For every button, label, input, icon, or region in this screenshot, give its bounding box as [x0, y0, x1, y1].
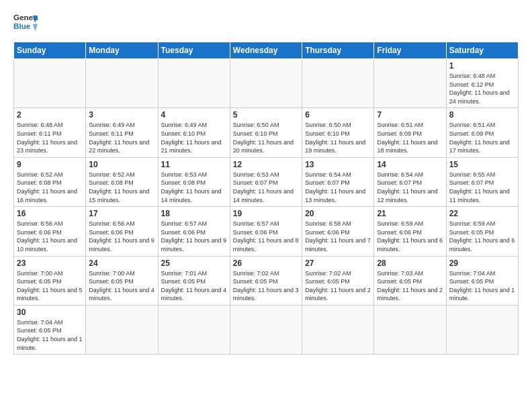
calendar-cell	[86, 59, 158, 108]
cell-info: Sunrise: 7:00 AM Sunset: 6:05 PM Dayligh…	[17, 269, 83, 303]
calendar-cell: 25Sunrise: 7:01 AM Sunset: 6:05 PM Dayli…	[158, 256, 230, 305]
day-number: 11	[161, 160, 227, 169]
page: General Blue SundayMondayTuesdayWednesda…	[0, 0, 532, 411]
day-number: 17	[89, 209, 154, 218]
calendar-cell: 15Sunrise: 6:55 AM Sunset: 6:07 PM Dayli…	[446, 157, 518, 206]
cell-info: Sunrise: 6:59 AM Sunset: 6:06 PM Dayligh…	[377, 220, 443, 253]
day-number: 2	[17, 110, 83, 120]
calendar-week-row: 9Sunrise: 6:52 AM Sunset: 6:08 PM Daylig…	[14, 157, 519, 206]
calendar-cell	[302, 305, 374, 354]
calendar-cell: 5Sunrise: 6:50 AM Sunset: 6:10 PM Daylig…	[230, 108, 302, 157]
day-number: 15	[449, 160, 515, 169]
calendar-day-header: Wednesday	[230, 42, 302, 59]
day-number: 5	[233, 110, 299, 120]
cell-info: Sunrise: 7:00 AM Sunset: 6:05 PM Dayligh…	[89, 269, 154, 303]
calendar-cell: 9Sunrise: 6:52 AM Sunset: 6:08 PM Daylig…	[14, 157, 86, 206]
cell-info: Sunrise: 6:57 AM Sunset: 6:06 PM Dayligh…	[233, 220, 299, 253]
day-number: 1	[449, 61, 515, 71]
cell-info: Sunrise: 6:53 AM Sunset: 6:07 PM Dayligh…	[233, 171, 299, 204]
svg-marker-3	[33, 24, 38, 32]
calendar-table: SundayMondayTuesdayWednesdayThursdayFrid…	[13, 42, 519, 355]
calendar-cell	[158, 59, 230, 108]
calendar-cell: 18Sunrise: 6:57 AM Sunset: 6:06 PM Dayli…	[158, 207, 230, 256]
day-number: 24	[89, 259, 154, 268]
calendar-cell: 6Sunrise: 6:50 AM Sunset: 6:10 PM Daylig…	[302, 108, 374, 157]
calendar-cell	[14, 59, 86, 108]
logo: General Blue	[13, 11, 38, 35]
day-number: 19	[233, 209, 299, 218]
cell-info: Sunrise: 7:02 AM Sunset: 6:05 PM Dayligh…	[305, 269, 371, 303]
calendar-week-row: 16Sunrise: 6:56 AM Sunset: 6:06 PM Dayli…	[14, 207, 519, 256]
cell-info: Sunrise: 6:53 AM Sunset: 6:08 PM Dayligh…	[161, 171, 227, 204]
cell-info: Sunrise: 6:50 AM Sunset: 6:10 PM Dayligh…	[305, 121, 371, 154]
day-number: 4	[161, 110, 227, 120]
calendar-cell: 8Sunrise: 6:51 AM Sunset: 6:09 PM Daylig…	[446, 108, 518, 157]
day-number: 20	[305, 209, 371, 218]
day-number: 16	[17, 209, 83, 218]
calendar-day-header: Friday	[374, 42, 446, 59]
cell-info: Sunrise: 6:58 AM Sunset: 6:06 PM Dayligh…	[305, 220, 371, 253]
calendar-day-header: Monday	[86, 42, 158, 59]
calendar-week-row: 2Sunrise: 6:48 AM Sunset: 6:11 PM Daylig…	[14, 108, 519, 157]
calendar-cell: 20Sunrise: 6:58 AM Sunset: 6:06 PM Dayli…	[302, 207, 374, 256]
day-number: 21	[377, 209, 443, 218]
calendar-cell: 21Sunrise: 6:59 AM Sunset: 6:06 PM Dayli…	[374, 207, 446, 256]
calendar-cell: 17Sunrise: 6:56 AM Sunset: 6:06 PM Dayli…	[86, 207, 158, 256]
day-number: 6	[305, 110, 371, 120]
cell-info: Sunrise: 6:59 AM Sunset: 6:05 PM Dayligh…	[449, 220, 515, 253]
calendar-cell: 30Sunrise: 7:04 AM Sunset: 6:05 PM Dayli…	[14, 305, 86, 354]
calendar-cell	[230, 59, 302, 108]
cell-info: Sunrise: 6:48 AM Sunset: 6:11 PM Dayligh…	[17, 121, 83, 154]
day-number: 25	[161, 259, 227, 268]
cell-info: Sunrise: 6:51 AM Sunset: 6:09 PM Dayligh…	[449, 121, 515, 154]
day-number: 22	[449, 209, 515, 218]
calendar-cell: 12Sunrise: 6:53 AM Sunset: 6:07 PM Dayli…	[230, 157, 302, 206]
cell-info: Sunrise: 6:50 AM Sunset: 6:10 PM Dayligh…	[233, 121, 299, 154]
calendar-cell: 1Sunrise: 6:48 AM Sunset: 6:12 PM Daylig…	[446, 59, 518, 108]
calendar-cell	[230, 305, 302, 354]
day-number: 28	[377, 259, 443, 268]
calendar-header-row: SundayMondayTuesdayWednesdayThursdayFrid…	[14, 42, 519, 59]
cell-info: Sunrise: 6:56 AM Sunset: 6:06 PM Dayligh…	[17, 220, 83, 253]
cell-info: Sunrise: 6:57 AM Sunset: 6:06 PM Dayligh…	[161, 220, 227, 253]
cell-info: Sunrise: 7:04 AM Sunset: 6:05 PM Dayligh…	[449, 269, 515, 303]
day-number: 7	[377, 110, 443, 120]
calendar-cell	[158, 305, 230, 354]
calendar-cell: 3Sunrise: 6:49 AM Sunset: 6:11 PM Daylig…	[86, 108, 158, 157]
calendar-cell: 13Sunrise: 6:54 AM Sunset: 6:07 PM Dayli…	[302, 157, 374, 206]
calendar-cell: 7Sunrise: 6:51 AM Sunset: 6:09 PM Daylig…	[374, 108, 446, 157]
calendar-cell: 11Sunrise: 6:53 AM Sunset: 6:08 PM Dayli…	[158, 157, 230, 206]
cell-info: Sunrise: 6:52 AM Sunset: 6:08 PM Dayligh…	[89, 171, 154, 204]
day-number: 23	[17, 259, 83, 268]
calendar-cell: 16Sunrise: 6:56 AM Sunset: 6:06 PM Dayli…	[14, 207, 86, 256]
day-number: 9	[17, 160, 83, 169]
day-number: 13	[305, 160, 371, 169]
day-number: 3	[89, 110, 154, 120]
day-number: 8	[449, 110, 515, 120]
calendar-cell: 4Sunrise: 6:49 AM Sunset: 6:10 PM Daylig…	[158, 108, 230, 157]
calendar-day-header: Thursday	[302, 42, 374, 59]
day-number: 30	[17, 308, 83, 317]
calendar-cell: 2Sunrise: 6:48 AM Sunset: 6:11 PM Daylig…	[14, 108, 86, 157]
calendar-cell	[86, 305, 158, 354]
day-number: 14	[377, 160, 443, 169]
svg-text:Blue: Blue	[13, 21, 31, 30]
calendar-cell: 26Sunrise: 7:02 AM Sunset: 6:05 PM Dayli…	[230, 256, 302, 305]
cell-info: Sunrise: 6:54 AM Sunset: 6:07 PM Dayligh…	[377, 171, 443, 204]
calendar-cell: 28Sunrise: 7:03 AM Sunset: 6:05 PM Dayli…	[374, 256, 446, 305]
cell-info: Sunrise: 7:01 AM Sunset: 6:05 PM Dayligh…	[161, 269, 227, 303]
calendar-cell: 24Sunrise: 7:00 AM Sunset: 6:05 PM Dayli…	[86, 256, 158, 305]
day-number: 29	[449, 259, 515, 268]
calendar-cell	[374, 305, 446, 354]
calendar-day-header: Saturday	[446, 42, 518, 59]
cell-info: Sunrise: 6:49 AM Sunset: 6:10 PM Dayligh…	[161, 121, 227, 154]
calendar-day-header: Tuesday	[158, 42, 230, 59]
calendar-cell	[302, 59, 374, 108]
cell-info: Sunrise: 6:48 AM Sunset: 6:12 PM Dayligh…	[449, 72, 515, 105]
calendar-cell: 27Sunrise: 7:02 AM Sunset: 6:05 PM Dayli…	[302, 256, 374, 305]
cell-info: Sunrise: 6:56 AM Sunset: 6:06 PM Dayligh…	[89, 220, 154, 253]
cell-info: Sunrise: 6:51 AM Sunset: 6:09 PM Dayligh…	[377, 121, 443, 154]
calendar-cell: 14Sunrise: 6:54 AM Sunset: 6:07 PM Dayli…	[374, 157, 446, 206]
calendar-week-row: 1Sunrise: 6:48 AM Sunset: 6:12 PM Daylig…	[14, 59, 519, 108]
calendar-week-row: 23Sunrise: 7:00 AM Sunset: 6:05 PM Dayli…	[14, 256, 519, 305]
